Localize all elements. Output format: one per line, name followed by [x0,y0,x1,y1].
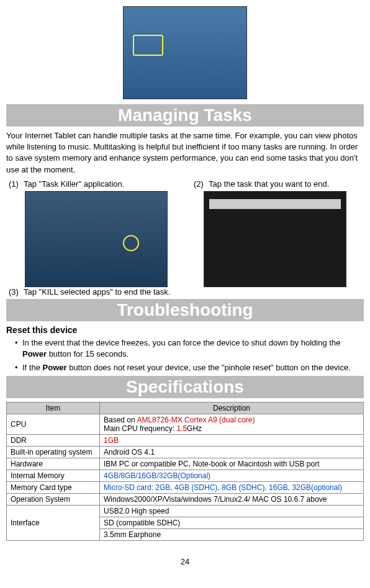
row-im-item: Internal Memory [7,470,100,482]
row-osys-desc: Windows2000/XP/Vista/windows 7/Linux2.4/… [100,494,364,506]
row-iface-desc-1: USB2.0 High speed [100,506,364,517]
row-mc-item: Memory Card type [7,482,100,494]
heading-specifications: Specifications [6,376,364,398]
row-cpu-desc: Based on AML8726-MX Cortex A9 (dual core… [100,414,364,435]
specs-table: Item Description CPU Based on AML8726-MX… [6,402,364,541]
row-mc-desc: Micro-SD card: 2GB, 4GB (SDHC), 8GB (SDH… [100,482,364,494]
th-item: Item [7,403,100,414]
th-desc: Description [100,403,364,414]
row-ddr-item: DDR [7,435,100,447]
screenshot-desktop [123,6,247,99]
step-1-text: Tap "Task Killer" application. [24,179,124,189]
row-iface-item: Interface [7,506,100,541]
intro-text: Your Internet Tablet can handle multiple… [6,130,364,176]
step-1: (1)Tap "Task Killer" application. [6,179,179,287]
screenshot-kill-selected [204,191,346,287]
row-os-item: Built-in operating system [7,447,100,458]
step-2-num: (2) [194,179,209,189]
heading-troubleshooting: Troubleshooting [6,299,364,321]
row-iface-desc-2: SD (compatible SDHC) [100,517,364,529]
screenshot-task-killer [25,191,168,287]
row-osys-item: Operation System [7,494,100,506]
steps-row: (1)Tap "Task Killer" application. (2)Tap… [6,179,364,287]
step-2-text: Tap the task that you want to end. [209,179,329,189]
row-iface-desc-3: 3.5mm Earphone [100,529,364,541]
row-hw-item: Hardware [7,458,100,470]
reset-bullet-2: If the Power button does not reset your … [6,362,364,373]
step-3: (3)Tap "KILL selected apps" to end the t… [6,287,364,296]
step-3-text: Tap "KILL selected apps" to end the task… [24,287,170,296]
row-hw-desc: IBM PC or compatible PC, Note-book or Ma… [100,458,364,470]
reset-heading: Reset this device [6,325,364,335]
step-3-num: (3) [9,287,24,296]
reset-bullet-1: In the event that the device freezes, yo… [6,337,364,360]
row-os-desc: Android OS 4.1 [100,447,364,458]
step-1-num: (1) [9,179,24,189]
row-cpu-item: CPU [7,414,100,435]
step-2: (2)Tap the task that you want to end. [191,179,364,287]
heading-managing-tasks: Managing Tasks [6,104,364,127]
row-im-desc: 4GB/8GB/16GB/32GB(Optional) [100,470,364,482]
row-ddr-desc: 1GB [100,435,364,447]
page-number: 24 [6,557,364,566]
